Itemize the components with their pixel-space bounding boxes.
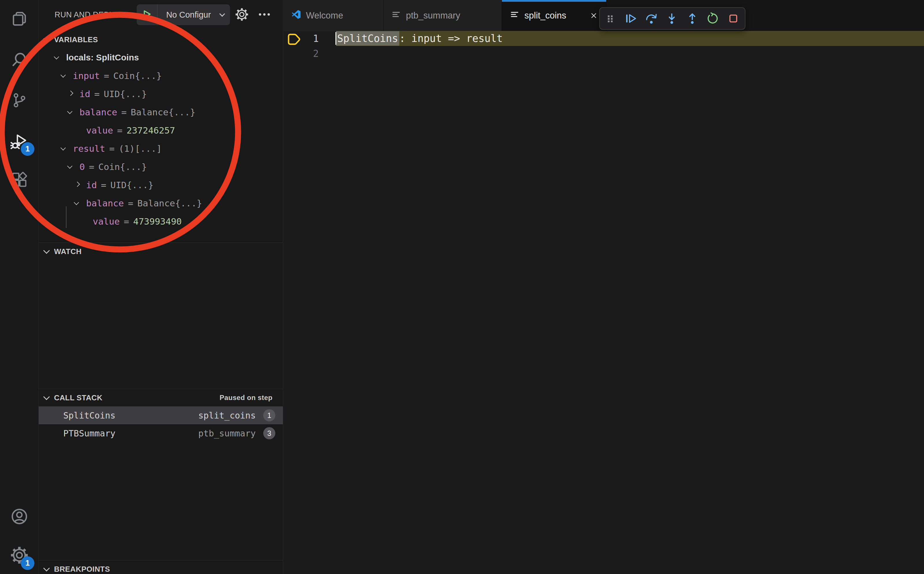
section-label: CALL STACK bbox=[54, 393, 102, 402]
variable-row[interactable]: value = 473993490 bbox=[39, 212, 283, 230]
chevron-down-icon bbox=[43, 248, 50, 254]
chevron-down-icon[interactable] bbox=[60, 145, 66, 150]
editor-group: Welcome ptb_summary split_coins 1 2 Spli… bbox=[283, 0, 924, 574]
continue-button[interactable] bbox=[620, 8, 641, 29]
text-cursor bbox=[335, 32, 336, 45]
step-over-button[interactable] bbox=[641, 8, 661, 29]
line-number[interactable]: 2 bbox=[283, 48, 319, 59]
variables-section: VARIABLES locals: SplitCoins input = Coi… bbox=[39, 31, 283, 230]
gear-icon bbox=[235, 8, 249, 22]
restart-button[interactable] bbox=[702, 8, 723, 29]
section-label: WATCH bbox=[54, 247, 82, 256]
explorer-icon bbox=[10, 10, 28, 29]
code-text: : input => result bbox=[399, 33, 503, 44]
call-stack-header[interactable]: CALL STACK Paused on step bbox=[39, 389, 283, 406]
stop-button[interactable] bbox=[723, 8, 743, 29]
chevron-down-icon bbox=[43, 36, 50, 42]
debug-settings-button[interactable] bbox=[232, 6, 252, 24]
tab-label: Welcome bbox=[306, 10, 343, 21]
variable-row[interactable]: balance = Balance{...} bbox=[39, 103, 283, 121]
step-out-button[interactable] bbox=[682, 8, 702, 29]
tab-label: ptb_summary bbox=[406, 10, 460, 21]
variables-header[interactable]: VARIABLES bbox=[39, 31, 283, 48]
selected-symbol: SplitCoins bbox=[336, 31, 399, 46]
debug-toolbar bbox=[599, 7, 745, 30]
extensions-icon bbox=[10, 171, 28, 190]
tab-welcome[interactable]: Welcome bbox=[283, 0, 383, 31]
file-list-icon bbox=[391, 9, 401, 22]
chevron-right-icon[interactable] bbox=[74, 181, 80, 187]
chevron-down-icon bbox=[219, 11, 225, 17]
panel-title: RUN AND DEBUG bbox=[55, 10, 121, 19]
step-into-button[interactable] bbox=[661, 8, 682, 29]
tab-split-coins[interactable]: split_coins bbox=[502, 0, 606, 31]
vscode-logo-icon bbox=[291, 9, 301, 22]
close-icon[interactable] bbox=[589, 11, 599, 20]
variable-row[interactable]: locals: SplitCoins bbox=[39, 48, 283, 66]
variable-row[interactable]: input = Coin{...} bbox=[39, 66, 283, 85]
sidebar-item-explorer[interactable] bbox=[0, 3, 38, 35]
sidebar-item-search[interactable] bbox=[0, 44, 38, 76]
call-stack-frame[interactable]: PTBSummary ptb_summary 3 bbox=[39, 424, 283, 442]
ellipsis-icon bbox=[257, 8, 271, 22]
variable-row[interactable]: result = (1)[...] bbox=[39, 139, 283, 158]
frame-badge: 1 bbox=[263, 409, 275, 421]
config-label: No Configur bbox=[157, 10, 220, 20]
source-control-icon bbox=[10, 91, 28, 110]
variable-row[interactable]: value = 237246257 bbox=[39, 121, 283, 139]
account-icon bbox=[10, 508, 28, 527]
start-debug-button[interactable] bbox=[137, 4, 157, 25]
line-number[interactable]: 1 bbox=[283, 33, 319, 44]
tab-ptb-summary[interactable]: ptb_summary bbox=[383, 0, 502, 31]
settings-badge: 1 bbox=[21, 557, 35, 570]
call-stack-frame[interactable]: SplitCoins split_coins 1 bbox=[39, 406, 283, 424]
more-actions-button[interactable] bbox=[254, 6, 274, 24]
activity-bar: 1 1 bbox=[0, 0, 39, 574]
variable-row[interactable]: 0 = Coin{...} bbox=[39, 158, 283, 176]
watch-section: WATCH bbox=[39, 243, 283, 260]
toolbar-drag-handle[interactable] bbox=[600, 8, 620, 29]
sidebar-item-run-and-debug[interactable]: 1 bbox=[0, 126, 38, 158]
variable-row[interactable]: id = UID{...} bbox=[39, 176, 283, 194]
search-icon bbox=[10, 50, 28, 69]
section-label: VARIABLES bbox=[54, 35, 98, 44]
sidebar-item-extensions[interactable] bbox=[0, 164, 38, 196]
chevron-down-icon[interactable] bbox=[60, 72, 66, 77]
pause-status: Paused on step bbox=[220, 394, 272, 402]
run-and-debug-panel: RUN AND DEBUG No Configur VARIABLES loca… bbox=[39, 0, 283, 574]
chevron-down-icon[interactable] bbox=[67, 163, 72, 169]
code-line[interactable]: SplitCoins: input => result bbox=[336, 31, 503, 46]
chevron-down-icon[interactable] bbox=[67, 109, 72, 114]
chevron-down-icon[interactable] bbox=[54, 54, 59, 59]
variable-row[interactable]: id = UID{...} bbox=[39, 85, 283, 103]
file-list-icon bbox=[509, 9, 520, 22]
call-stack-section: CALL STACK Paused on step SplitCoins spl… bbox=[39, 389, 283, 442]
chevron-right-icon[interactable] bbox=[68, 90, 73, 96]
variable-row[interactable]: balance = Balance{...} bbox=[39, 194, 283, 212]
breakpoints-section: BREAKPOINTS bbox=[39, 560, 283, 574]
tab-label: split_coins bbox=[524, 10, 566, 21]
launch-config-dropdown[interactable]: No Configur bbox=[137, 4, 230, 25]
chevron-down-icon[interactable] bbox=[74, 200, 79, 205]
watch-header[interactable]: WATCH bbox=[39, 243, 283, 260]
frame-badge: 3 bbox=[263, 427, 275, 439]
settings-button[interactable]: 1 bbox=[0, 540, 38, 572]
account-button[interactable] bbox=[0, 501, 38, 533]
section-label: BREAKPOINTS bbox=[54, 565, 110, 574]
variables-tree: locals: SplitCoins input = Coin{...} id … bbox=[39, 48, 283, 230]
debug-badge: 1 bbox=[21, 142, 35, 156]
sidebar-item-source-control[interactable] bbox=[0, 85, 38, 117]
chevron-down-icon bbox=[43, 394, 50, 400]
breakpoints-header[interactable]: BREAKPOINTS bbox=[39, 560, 283, 574]
play-icon bbox=[142, 9, 152, 20]
chevron-down-icon bbox=[43, 565, 50, 572]
